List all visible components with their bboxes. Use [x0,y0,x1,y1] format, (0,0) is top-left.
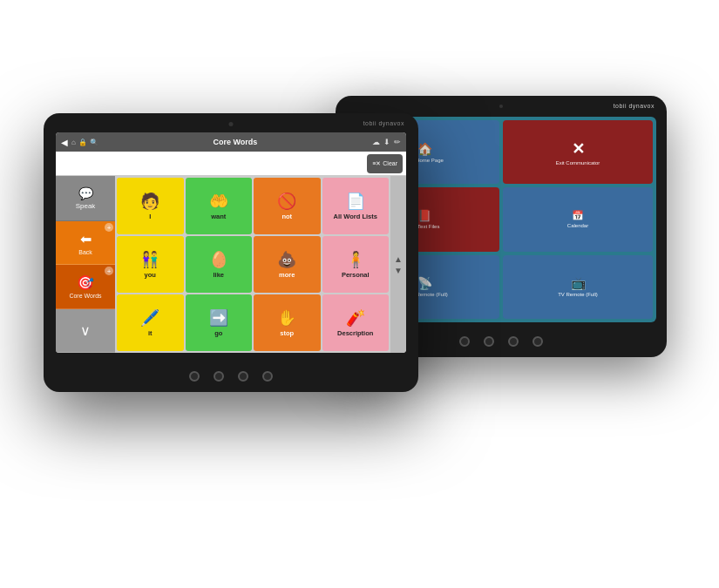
front-nav-dot-3[interactable] [238,371,248,382]
exit-label: Exit Communicator [556,160,600,166]
person-icon: 🧑 [140,192,159,211]
search-top-icon[interactable]: 🔍 [90,139,98,146]
people-icon: 👫 [140,250,159,269]
nav-dot-2[interactable] [484,336,494,347]
add-icon-2: + [105,267,113,275]
x-icon: ✕ [572,139,585,159]
front-nav-dot-4[interactable] [262,371,273,382]
grid-area: 💬 Speak + ⬅ Back + 🎯 Core Words ∨ [56,176,406,353]
back-cell-exit[interactable]: ✕ Exit Communicator [503,120,653,184]
front-tablet-buttons [189,371,273,382]
nav-up-icon[interactable]: ▲ [394,254,403,264]
edit-icon[interactable]: ✏ [394,138,401,146]
cell-go-label: go [214,329,222,337]
cell-you-label: you [145,271,156,279]
cell-desc-label: Description [337,329,373,337]
front-nav-dot-2[interactable] [214,371,224,382]
speak-label: Speak [76,202,96,210]
radio-icon: 📡 [417,276,432,290]
left-sidebar: 💬 Speak + ⬅ Back + 🎯 Core Words ∨ [56,176,115,353]
add-icon: + [105,223,113,232]
grid-cell-i[interactable]: 🧑 I [117,178,184,234]
back-icon: ⬅ [80,231,92,247]
person2-icon: 🧍 [346,250,365,269]
no-icon: 🚫 [277,192,296,211]
grid-cell-not[interactable]: 🚫 not [254,178,321,234]
back-tablet-buttons [459,336,543,347]
top-bar: ◀ ⌂ 🔒 🔍 Core Words ☁ ⬇ ✏ [56,132,406,152]
speech-bubble-icon: 💬 [78,186,93,200]
grid-cell-go[interactable]: ➡️ go [186,294,253,351]
tv-icon: 📺 [571,276,586,290]
top-bar-right: ☁ ⬇ ✏ [372,138,401,146]
cell-stop-label: stop [280,329,294,337]
grid-cell-description[interactable]: 🧨 Description [322,294,390,351]
clear-button[interactable]: ≡✕ Clear [367,154,403,173]
back-brand: tobii dynavox [614,103,655,109]
nav-dot-4[interactable] [532,336,543,347]
front-brand: tobii dynavox [363,120,404,126]
download-icon[interactable]: ⬇ [383,138,390,146]
core-words-button[interactable]: + 🎯 Core Words [56,265,115,308]
front-screen: ◀ ⌂ 🔒 🔍 Core Words ☁ ⬇ ✏ ≡✕ [56,132,406,353]
chevron-down-sidebar[interactable]: ∨ [56,309,115,353]
back-label: Back [78,249,92,255]
home-top-icon[interactable]: ⌂ [71,139,76,146]
grid-cell-you[interactable]: 👫 you [117,236,184,293]
hands-icon: 🤲 [209,192,228,211]
list-icon: 📄 [346,192,365,211]
front-nav-dot-1[interactable] [189,371,200,382]
cell-word-lists-label: All Word Lists [334,213,377,220]
back-camera [499,105,503,108]
clear-label: Clear [383,160,397,166]
top-icons: ⌂ 🔒 🔍 [71,139,98,146]
grid-cell-like[interactable]: 🥚 like [186,236,253,293]
grid-cell-stop[interactable]: ✋ stop [254,294,321,351]
cell-i-label: I [149,213,151,220]
cell-it-label: it [148,329,153,337]
chevron-down-icon: ∨ [80,322,91,339]
hand-icon: ✋ [277,308,296,328]
grid-cell-want[interactable]: 🤲 want [186,178,253,234]
grid-cell-personal[interactable]: 🧍 Personal [322,236,390,293]
nav-buttons: ◀ [61,138,68,147]
lock-icon[interactable]: 🔒 [78,139,87,146]
cloud-icon[interactable]: ☁ [372,138,380,146]
tv-label: TV Remote (Full) [558,292,598,297]
right-nav: ▲ ▼ [390,176,406,353]
core-words-label: Core Words [69,293,101,299]
tablet-front: tobii dynavox ◀ ⌂ 🔒 🔍 Core Words ☁ ⬇ ✏ [44,113,418,392]
speak-button[interactable]: 💬 Speak [56,176,115,221]
cell-personal-label: Personal [342,271,370,279]
cell-more-label: more [279,271,295,279]
cell-not-label: not [281,213,292,220]
back-arrow[interactable]: ◀ [61,138,68,147]
desc-icon: 🧨 [346,308,365,328]
grid-cell-all-word-lists[interactable]: 📄 All Word Lists [322,178,390,234]
clear-icon: ≡✕ [372,160,381,167]
nav-dot-3[interactable] [508,336,519,347]
calendar-icon: 📅 [572,210,584,221]
book-icon: 📕 [417,209,431,222]
text-bar: ≡✕ Clear [56,152,406,176]
nav-dot-1[interactable] [459,336,470,347]
grid-cell-more[interactable]: 💩 more [254,236,321,293]
main-grid: 🧑 I 🤲 want 🚫 not 📄 All Word Lists [115,176,390,353]
cell-like-label: like [213,271,224,279]
screen-title: Core Words [102,138,369,146]
front-camera [229,122,234,126]
pen-icon: 🖊️ [140,308,159,328]
egg-icon: 🥚 [209,250,228,269]
grid-cell-it[interactable]: 🖊️ it [117,294,184,351]
arrow-icon: ➡️ [209,308,228,328]
core-words-icon: 🎯 [77,274,94,291]
nav-down-icon[interactable]: ▼ [394,266,403,275]
pile-icon: 💩 [277,250,296,269]
back-cell-tv[interactable]: 📺 TV Remote (Full) [503,255,653,319]
scene: tobii dynavox 🏠 Edit Home Page ✕ Exit Co… [0,0,719,588]
home-icon: 🏠 [417,142,432,156]
cell-want-label: want [211,213,226,220]
calendar-label: Calendar [567,223,588,228]
back-sidebar-button[interactable]: + ⬅ Back [56,221,115,265]
back-cell-calendar[interactable]: 📅 Calendar [503,187,653,251]
